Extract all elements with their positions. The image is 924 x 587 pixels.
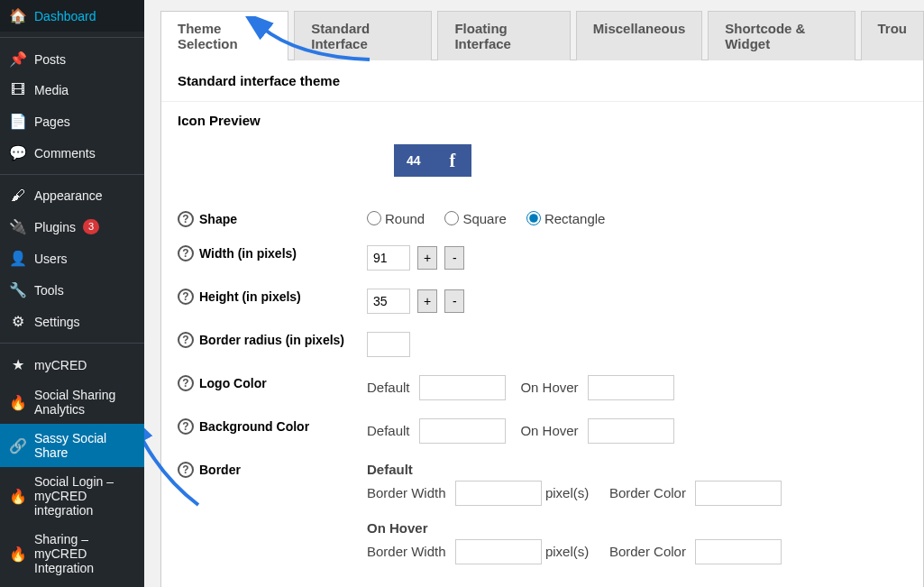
sidebar-item-plugins[interactable]: 🔌Plugins3 [0, 211, 144, 243]
help-icon[interactable]: ? [178, 245, 194, 261]
sidebar-item-label: Appearance [34, 188, 103, 203]
help-icon[interactable]: ? [178, 375, 194, 391]
fire-icon: 🔥 [9, 394, 27, 411]
bg-color-default-label: Default [367, 423, 410, 438]
sidebar-item-sharing-mycred[interactable]: 🔥Sharing – myCRED Integration [0, 525, 144, 582]
border-default-width-input[interactable] [455, 481, 542, 506]
sidebar-item-mycred[interactable]: ★myCRED [0, 349, 144, 381]
sidebar-item-label: Sassy Social Share [34, 431, 135, 460]
sidebar-item-tools[interactable]: 🔧Tools [0, 274, 144, 306]
media-icon: 🎞 [9, 82, 27, 98]
height-plus-button[interactable]: + [417, 289, 437, 313]
pin-icon: 📌 [9, 50, 27, 68]
logo-color-hover-input[interactable] [588, 375, 674, 400]
logo-color-label: Logo Color [199, 376, 267, 390]
sidebar-item-media[interactable]: 🎞Media [0, 75, 144, 105]
panel-title: Standard interface theme [161, 60, 923, 102]
dashboard-icon: 🏠 [9, 7, 27, 24]
sidebar-item-label: Settings [34, 315, 80, 329]
border-hover-color-input[interactable] [695, 539, 782, 564]
star-icon: ★ [9, 356, 27, 373]
fire-icon: 🔥 [9, 546, 27, 563]
sidebar-item-label: Social Sharing Analytics [34, 388, 135, 417]
border-color-label: Border Color [609, 544, 686, 559]
tab-theme-selection[interactable]: Theme Selection [160, 11, 288, 60]
sidebar-item-social-analytics[interactable]: 🔥Social Sharing Analytics [0, 381, 144, 424]
logo-color-hover-label: On Hover [520, 380, 578, 395]
border-width-label: Border Width [367, 544, 446, 559]
shape-square-radio[interactable] [444, 211, 459, 225]
icon-preview-label: Icon Preview [178, 113, 907, 128]
sidebar-item-label: Dashboard [34, 9, 96, 23]
sidebar-item-sassy-social-share[interactable]: 🔗Sassy Social Share [0, 424, 144, 467]
border-width-unit: pixel(s) [545, 485, 589, 500]
border-radius-label: Border radius (in pixels) [199, 333, 344, 347]
bg-color-default-input[interactable] [419, 418, 506, 444]
collapse-menu-button[interactable]: ◀Collapse menu [0, 582, 144, 587]
help-icon[interactable]: ? [178, 211, 194, 227]
bg-color-label: Background Color [199, 419, 309, 434]
width-minus-button[interactable]: - [444, 246, 464, 270]
sidebar-item-dashboard[interactable]: 🏠Dashboard [0, 0, 144, 32]
width-plus-button[interactable]: + [417, 246, 437, 270]
shape-square-option[interactable]: Square [444, 211, 506, 226]
tools-icon: 🔧 [9, 281, 27, 298]
sidebar-item-users[interactable]: 👤Users [0, 243, 144, 274]
border-default-sublabel: Default [367, 462, 907, 477]
sidebar-item-label: Plugins [34, 220, 76, 234]
border-hover-width-input[interactable] [455, 539, 542, 564]
sidebar-item-label: myCRED [34, 358, 87, 372]
height-minus-button[interactable]: - [444, 289, 464, 313]
shape-rectangle-option[interactable]: Rectangle [526, 211, 606, 226]
shape-round-radio[interactable] [367, 211, 381, 225]
tab-floating-interface[interactable]: Floating Interface [437, 11, 570, 60]
help-icon[interactable]: ? [178, 418, 194, 435]
logo-color-default-input[interactable] [419, 375, 506, 400]
sidebar-item-label: Pages [34, 115, 70, 129]
settings-panel: Standard interface theme Icon Preview 44… [160, 60, 924, 587]
sidebar-item-settings[interactable]: ⚙Settings [0, 306, 144, 337]
tab-troubleshoot[interactable]: Trou [861, 11, 925, 60]
width-input[interactable] [367, 245, 410, 271]
appearance-icon: 🖌 [9, 188, 27, 204]
sidebar-item-label: Users [34, 252, 68, 266]
help-icon[interactable]: ? [178, 462, 194, 478]
sidebar-item-pages[interactable]: 📄Pages [0, 105, 144, 137]
height-input[interactable] [367, 289, 410, 314]
border-color-label: Border Color [609, 485, 686, 500]
sidebar-item-label: Tools [34, 283, 64, 298]
shape-radio-group: Round Square Rectangle [367, 211, 907, 226]
help-icon[interactable]: ? [178, 332, 194, 348]
users-icon: 👤 [9, 250, 27, 267]
pages-icon: 📄 [9, 113, 27, 130]
settings-icon: ⚙ [9, 313, 27, 330]
border-hover-sublabel: On Hover [367, 520, 907, 536]
tab-standard-interface[interactable]: Standard Interface [294, 11, 432, 60]
border-radius-input[interactable] [367, 332, 410, 357]
sidebar-item-comments[interactable]: 💬Comments [0, 137, 144, 169]
sidebar-item-label: Social Login – myCRED integration [34, 474, 135, 518]
bg-color-hover-input[interactable] [588, 418, 674, 444]
shape-label: Shape [199, 212, 237, 226]
sidebar-item-label: Posts [34, 52, 66, 67]
tab-shortcode-widget[interactable]: Shortcode & Widget [708, 11, 855, 60]
border-label: Border [199, 463, 241, 477]
tab-miscellaneous[interactable]: Miscellaneous [576, 11, 703, 60]
bg-color-hover-label: On Hover [520, 423, 578, 438]
sidebar-item-appearance[interactable]: 🖌Appearance [0, 180, 144, 211]
sidebar-item-posts[interactable]: 📌Posts [0, 43, 144, 75]
admin-sidebar: 🏠Dashboard 📌Posts 🎞Media 📄Pages 💬Comment… [0, 0, 144, 587]
width-label: Width (in pixels) [199, 246, 297, 261]
tabs-bar: Theme Selection Standard Interface Float… [160, 0, 924, 60]
help-icon[interactable]: ? [178, 289, 194, 305]
facebook-icon: f [434, 151, 472, 171]
shape-rectangle-radio[interactable] [526, 211, 541, 225]
shape-round-option[interactable]: Round [367, 211, 425, 226]
main-content: Theme Selection Standard Interface Float… [144, 0, 924, 587]
sidebar-item-social-login-mycred[interactable]: 🔥Social Login – myCRED integration [0, 467, 144, 525]
plugins-icon: 🔌 [9, 218, 27, 235]
fire-icon: 🔥 [9, 488, 27, 505]
border-default-color-input[interactable] [695, 481, 782, 506]
icon-preview: 44 f [394, 144, 471, 177]
border-width-unit: pixel(s) [545, 544, 589, 559]
